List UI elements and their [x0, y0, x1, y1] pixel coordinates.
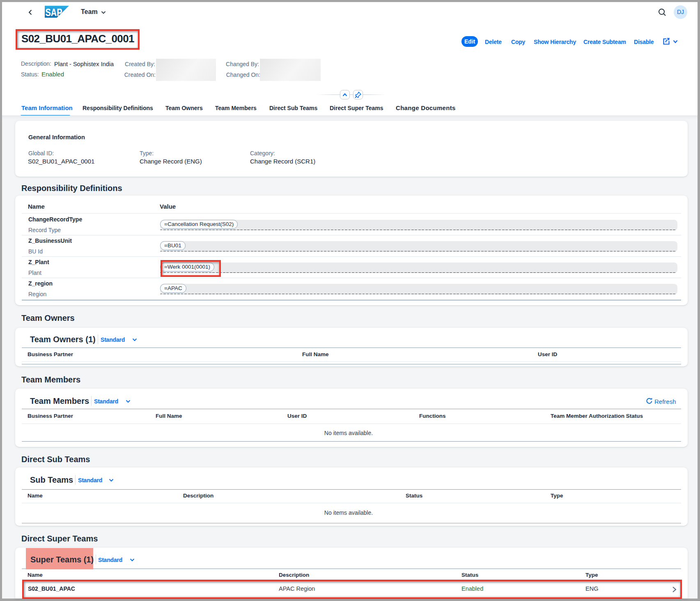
svg-text:SAP: SAP	[46, 6, 62, 18]
